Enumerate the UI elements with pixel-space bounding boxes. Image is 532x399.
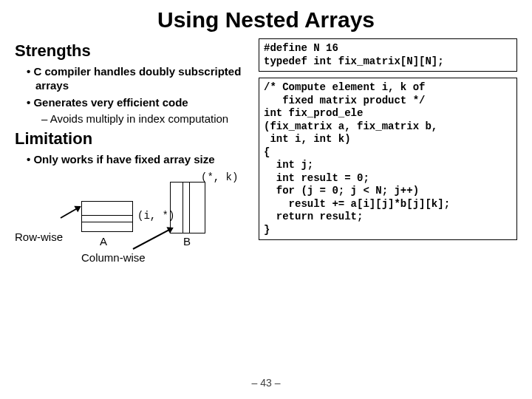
- arrow-icon: [133, 228, 173, 250]
- left-column: Strengths C compiler handles doubly subs…: [15, 38, 259, 246]
- limitation-item: Only works if have fixed array size: [35, 153, 251, 167]
- row-band: [82, 215, 132, 222]
- limitation-heading: Limitation: [15, 129, 251, 149]
- matrix-b-label: B: [183, 235, 191, 248]
- strength-item: Generates very efficient code: [35, 96, 251, 110]
- label-colwise: Column-wise: [81, 251, 146, 264]
- matrix-a-icon: [81, 201, 133, 232]
- label-star-k: (*, k): [201, 171, 238, 183]
- page-number: – 43 –: [0, 377, 532, 389]
- column-band: [183, 183, 190, 233]
- page-title: Using Nested Arrays: [0, 0, 532, 38]
- matrix-b-icon: [170, 182, 205, 233]
- matrix-diagram: (*, k) (i, *) Row-wise A B Column-wise: [15, 171, 244, 245]
- code-function: /* Compute element i, k of fixed matrix …: [259, 78, 517, 240]
- arrow-icon: [61, 206, 81, 219]
- strength-item: C compiler handles doubly subscripted ar…: [35, 65, 251, 93]
- strengths-heading: Strengths: [15, 41, 251, 61]
- label-rowwise: Row-wise: [15, 231, 63, 243]
- strength-subitem: Avoids multiply in index computation: [50, 112, 251, 126]
- matrix-a-label: A: [100, 235, 107, 248]
- label-i-star: (i, *): [137, 210, 174, 222]
- right-column: #define N 16 typedef int fix_matrix[N][N…: [259, 38, 517, 246]
- code-typedef: #define N 16 typedef int fix_matrix[N][N…: [259, 38, 517, 72]
- content-area: Strengths C compiler handles doubly subs…: [0, 38, 532, 246]
